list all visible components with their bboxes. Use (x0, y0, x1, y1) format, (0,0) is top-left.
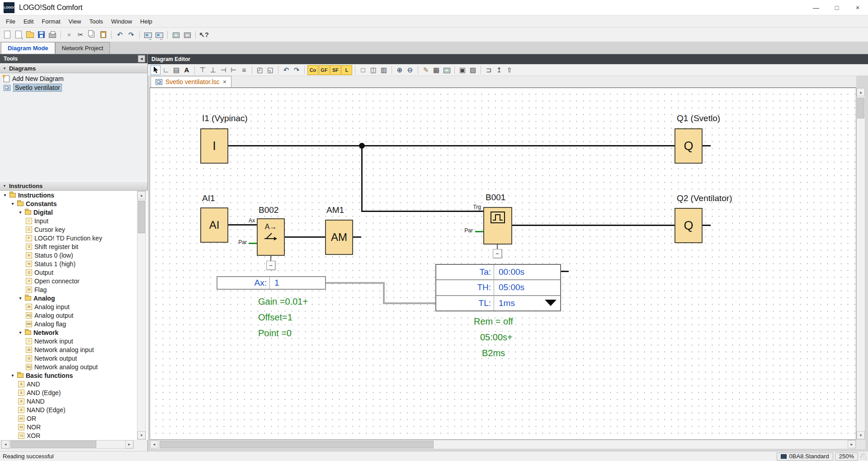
menu-view[interactable]: View (65, 15, 85, 27)
maximize-button[interactable]: □ (826, 0, 847, 15)
scroll-right-button[interactable]: ► (848, 440, 856, 448)
menu-format[interactable]: Format (38, 15, 64, 27)
import-file-icon[interactable]: ↓ (13, 29, 24, 40)
tree-item-input[interactable]: IInput (0, 216, 136, 225)
zoom-out-icon[interactable]: ⊖ (405, 65, 415, 75)
expand-arrow-icon[interactable]: ▾ (18, 296, 23, 301)
constants-button[interactable]: Co (307, 65, 318, 75)
pen-tool-icon[interactable]: ✎ (421, 65, 431, 75)
print-icon[interactable] (47, 29, 58, 40)
undo-icon[interactable]: ↶ (114, 29, 125, 40)
logic-button[interactable]: L (341, 65, 352, 75)
block-q1[interactable]: Q (675, 128, 703, 164)
param-row-tl[interactable]: TL:1ms (436, 296, 560, 310)
upload-to-device-icon[interactable] (142, 29, 153, 40)
align-left-icon[interactable]: ⊣ (218, 65, 228, 75)
text-tool-icon[interactable]: A (182, 65, 192, 75)
online-test-icon[interactable] (182, 29, 193, 40)
copy-icon[interactable] (86, 29, 97, 40)
b001-parameter-table[interactable]: Ta:00:00sTH:05:00sTL:1ms (435, 264, 561, 311)
block-b002[interactable]: A→ (257, 218, 285, 256)
split-window-3-icon[interactable]: ▥ (379, 65, 389, 75)
tree-item-analog[interactable]: ▾Analog (0, 294, 136, 302)
param-row-th[interactable]: TH:05:00s (436, 280, 560, 296)
cut-icon[interactable]: ✂ (75, 29, 86, 40)
zoom-level-cell[interactable]: 250% (835, 452, 858, 461)
redo-icon[interactable]: ↷ (292, 65, 302, 75)
scroll-up-button[interactable]: ▲ (137, 191, 146, 199)
expand-arrow-icon[interactable]: ▾ (18, 330, 23, 335)
basic-functions-button[interactable]: GF (319, 65, 330, 75)
dropdown-arrow-icon[interactable] (545, 300, 557, 306)
simulation-icon[interactable] (170, 29, 181, 40)
diagram-canvas[interactable]: I I1 (Vypinac) Q Q1 (Svetlo) AI AI1 A→ (150, 88, 856, 440)
block-i1[interactable]: I (200, 128, 228, 164)
tree-item-status-0-low-[interactable]: loStatus 0 (low) (0, 251, 136, 259)
scroll-thumb[interactable] (160, 441, 434, 448)
connector-tool-icon[interactable]: ∟ (161, 65, 171, 75)
scroll-up-button[interactable]: ▲ (857, 88, 865, 96)
scroll-right-button[interactable]: ► (125, 440, 133, 448)
tab-close-icon[interactable]: × (223, 78, 226, 85)
block-am1[interactable]: AM (325, 220, 353, 255)
convert-tool-icon[interactable] (442, 65, 452, 75)
tree-item-analog-output[interactable]: AQAnalog output (0, 311, 136, 320)
tree-item-nand-edge-[interactable]: &NAND (Edge) (0, 405, 136, 414)
expand-arrow-icon[interactable]: ▾ (10, 373, 15, 378)
device-tool-1-icon[interactable]: ▣ (458, 65, 467, 75)
tree-item-basic-functions[interactable]: ▾Basic functions (0, 371, 136, 380)
menu-window[interactable]: Window (107, 15, 136, 27)
simulation-tool-icon[interactable]: ▦ (431, 65, 441, 75)
expand-arrow-icon[interactable]: ▾ (3, 193, 7, 198)
select-tool-icon[interactable] (151, 65, 160, 75)
menu-edit[interactable]: Edit (19, 15, 38, 27)
tree-item-open-connector[interactable]: XOpen connector (0, 277, 136, 285)
distribute-icon[interactable]: ≡ (239, 65, 249, 75)
scroll-left-button[interactable]: ◄ (150, 440, 158, 448)
editor-hscrollbar[interactable]: ◄ ► (150, 440, 856, 449)
scroll-down-button[interactable]: ▼ (137, 431, 146, 439)
menu-file[interactable]: File (2, 15, 19, 27)
tree-item-logo-td-function-key[interactable]: FLOGO! TD Function key (0, 234, 136, 242)
align-top-icon[interactable]: ⊤ (198, 65, 208, 75)
menu-help[interactable]: Help (136, 15, 156, 27)
comment-tool-icon[interactable]: ▤ (171, 65, 181, 75)
tree-item-network-analog-output[interactable]: AQNetwork analog output (0, 362, 136, 371)
menu-tools[interactable]: Tools (85, 15, 107, 27)
tab-network-project[interactable]: Network Project (55, 42, 110, 54)
expand-down-icon[interactable]: ⇧ (505, 65, 514, 75)
new-file-icon[interactable] (2, 29, 13, 40)
block-b001[interactable] (483, 207, 512, 245)
scroll-thumb[interactable] (10, 441, 96, 448)
tree-hscrollbar[interactable]: ◄ ► (1, 440, 134, 449)
param-row-ta[interactable]: Ta:00:00s (436, 265, 560, 280)
section-diagrams[interactable]: ▼ Diagrams (0, 63, 147, 73)
tree-item-shift-register-bit[interactable]: SShift register bit (0, 242, 136, 251)
tree-item-nand[interactable]: &NAND (0, 397, 136, 405)
save-file-icon[interactable] (36, 29, 47, 40)
block-q2[interactable]: Q (675, 208, 703, 243)
bring-to-front-icon[interactable]: ◰ (255, 65, 265, 75)
undo-icon[interactable]: ↶ (281, 65, 291, 75)
expand-arrow-icon[interactable]: ▾ (18, 210, 23, 215)
tree-item-network-output[interactable]: QNetwork output (0, 354, 136, 362)
tree-item-cursor-key[interactable]: CCursor key (0, 225, 136, 234)
close-button[interactable]: × (847, 0, 868, 15)
scroll-down-button[interactable]: ▼ (857, 431, 865, 439)
tree-item-status-1-high-[interactable]: hiStatus 1 (high) (0, 259, 136, 268)
minimize-button[interactable]: — (806, 0, 826, 15)
align-bottom-icon[interactable]: ⊥ (208, 65, 218, 75)
expand-arrow-icon[interactable]: ▾ (10, 201, 15, 206)
download-from-device-icon[interactable] (154, 29, 165, 40)
tree-item-analog-flag[interactable]: AMAnalog flag (0, 320, 136, 328)
paste-icon[interactable] (98, 29, 108, 40)
tree-item-network[interactable]: ▾Network (0, 328, 136, 337)
split-window-1-icon[interactable]: □ (358, 65, 368, 75)
redo-icon[interactable]: ↷ (126, 29, 137, 40)
tab-diagram-mode[interactable]: Diagram Mode (1, 42, 55, 54)
section-instructions[interactable]: ▼ Instructions (0, 181, 147, 191)
tree-item-analog-input[interactable]: AIAnalog input (0, 302, 136, 311)
expand-up-icon[interactable]: ↥ (494, 65, 504, 75)
collapse-toggle-b001[interactable]: − (493, 249, 502, 258)
collapse-toggle-b002[interactable]: − (266, 261, 275, 270)
